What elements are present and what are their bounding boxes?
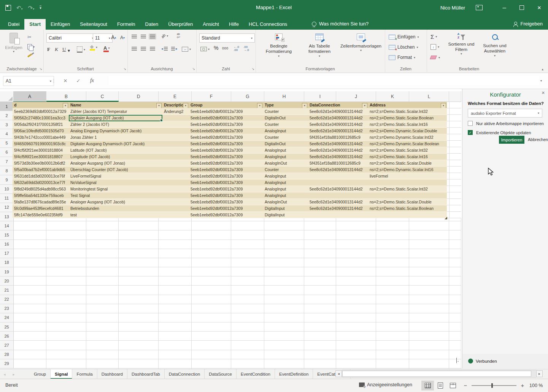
table-cell[interactable]: 5f631dd1dd3d0200013ce76f [13, 173, 69, 179]
row-header-4[interactable]: 4 [0, 130, 14, 139]
table-cell[interactable]: DigitalInOut [263, 141, 308, 147]
row-header-9[interactable]: 9 [0, 175, 14, 184]
ribbon-tab-ansicht[interactable]: Ansicht [198, 19, 224, 30]
table-header-dataconnection[interactable]: DataConnection▾ [308, 102, 368, 108]
row-header-21[interactable]: 21 [0, 286, 14, 295]
table-cell[interactable]: Überschlag Counter (IOT Jacob) [69, 167, 162, 173]
row-header-10[interactable]: 10 [0, 185, 14, 194]
redo-icon[interactable]: ↷▾ [28, 5, 35, 11]
filter-button[interactable]: ▾ [156, 103, 162, 108]
table-cell[interactable]: DigitalInOut [263, 115, 308, 121]
import-button[interactable]: Importieren [499, 136, 524, 144]
table-cell[interactable]: 5ee8c62d1e340900013144d2 [308, 186, 368, 192]
column-header-j[interactable]: J [336, 91, 376, 102]
table-cell[interactable]: 5ee8c62d1e340900013144d2 [308, 167, 368, 173]
table-cell[interactable] [162, 147, 189, 154]
table-header-name[interactable]: Name▾ [69, 102, 162, 108]
ribbon-tab-hilfe[interactable]: Hilfe [224, 19, 244, 30]
ribbon-tab-daten[interactable]: Daten [140, 19, 164, 30]
column-header-k[interactable]: K [376, 91, 409, 102]
table-cell[interactable]: 5eeb1eebd92dbf00012a7309 [189, 160, 263, 167]
format-painter-button[interactable] [27, 55, 32, 56]
table-cell[interactable]: ns=2;s=Demo.Static.Scalar.Boolean [368, 115, 447, 121]
cells-right-of-table[interactable] [447, 102, 461, 218]
table-cell[interactable] [308, 179, 368, 186]
sheet-tab-dashboardtab[interactable]: DashboardTab [127, 369, 165, 379]
column-header-partial[interactable] [449, 91, 461, 102]
horizontal-scrollbar[interactable]: ◄ ► [335, 370, 543, 377]
table-header-d[interactable]: d▾ [13, 102, 69, 108]
align-top-button[interactable] [130, 33, 138, 40]
row-header-29[interactable]: 29 [0, 359, 14, 368]
dialog-launcher-icon[interactable]: ↘ [251, 67, 254, 71]
table-cell[interactable]: 5fa8e137d8676cadad89e35e [13, 199, 69, 205]
insert-function-icon[interactable]: fx [87, 76, 97, 85]
scroll-left-icon[interactable]: ◄ [335, 370, 342, 377]
table-cell[interactable]: Zähler (Jacobs IOT) Temperatur [69, 108, 162, 115]
column-header-i[interactable]: I [304, 91, 336, 102]
table-cell[interactable]: ns=2;s=Demo.Static.Scalar.Int16 [368, 154, 447, 160]
zoom-out-icon[interactable]: − [463, 382, 468, 389]
font-size-select[interactable]: 11▾ [93, 33, 113, 43]
column-header-d[interactable]: D [119, 91, 159, 102]
table-cell[interactable] [162, 134, 189, 141]
update-objects-checkbox[interactable]: ✓ [468, 130, 473, 135]
table-cell[interactable]: 5eeb1eebd92dbf00012a7309 [189, 199, 263, 205]
table-cell[interactable] [368, 192, 447, 199]
column-header-h[interactable]: H [264, 91, 304, 102]
format-cells-button[interactable]: Format▾ [389, 55, 415, 60]
decrease-font-icon[interactable]: A▾ [120, 35, 125, 40]
table-cell[interactable]: Jonas Zähler 1 [69, 134, 162, 141]
table-cell[interactable]: 5f05da2f9241f70001358f21 [13, 121, 69, 128]
table-cell[interactable]: 5f573d3b30ee0b00012b6df2 [13, 160, 69, 167]
increase-decimal-icon[interactable]: ←.0 .00 [233, 46, 239, 52]
fill-button[interactable]: ↓▾ [430, 44, 439, 50]
table-cell[interactable]: 5ee8c62d1e340900013144d2 [308, 205, 368, 212]
column-header-g[interactable]: G [231, 91, 264, 102]
table-cell[interactable]: AnalogInput [263, 192, 308, 199]
table-cell[interactable]: 5f4351ef18a88100012685c9 [308, 160, 368, 167]
align-left-button[interactable] [130, 46, 138, 52]
italic-button[interactable]: K [55, 46, 58, 52]
table-cell[interactable] [162, 205, 189, 212]
user-name[interactable]: Nico Müller [440, 5, 465, 11]
copy-button[interactable]: ▾ [27, 44, 35, 49]
table-cell[interactable] [162, 186, 189, 192]
table-cell[interactable]: 5eeb1eebd92dbf00012a7309 [189, 115, 263, 121]
sheet-tab-group[interactable]: Group [30, 369, 51, 379]
decrease-decimal-icon[interactable]: .00 →.0 [243, 46, 249, 52]
table-cell[interactable]: 5eeb1eebd92dbf00012a7309 [189, 154, 263, 160]
borders-button[interactable]: ▾ [77, 46, 85, 52]
table-cell[interactable]: test [69, 212, 162, 218]
comma-style-button[interactable]: 000 [222, 46, 229, 50]
table-cell[interactable]: 5ee8c62d1e340900013144d2 [308, 141, 368, 147]
logout-icon[interactable] [456, 358, 457, 363]
table-cell[interactable] [162, 154, 189, 160]
table-cell[interactable]: 5ee8c62d1e340900013144d2 [308, 154, 368, 160]
number-format-select[interactable]: Standard▾ [199, 33, 255, 43]
table-cell[interactable] [308, 192, 368, 199]
only-active-checkbox[interactable] [468, 121, 473, 126]
table-cell[interactable]: 5f5a00bad7b2ef0001ab9db5 [13, 167, 69, 173]
table-cell[interactable]: 5eeb1eebd92dbf00012a7309 [189, 173, 263, 179]
table-cell[interactable] [162, 121, 189, 128]
table-cell[interactable]: ns=2;s=Demo.Static.Scalar.Int32 [368, 108, 447, 115]
insert-cells-button[interactable]: + Einfügen▾ [389, 34, 419, 40]
align-bottom-button[interactable] [149, 33, 156, 40]
only-active-checkbox-row[interactable]: Nur aktive Arbeitsmappe importieren [468, 121, 544, 126]
percent-style-button[interactable]: % [214, 45, 218, 51]
table-cell[interactable]: 5eeb1eebd92dbf00012a7309 [189, 205, 263, 212]
align-right-button[interactable] [149, 46, 156, 52]
sheet-nav-right-icon[interactable]: ▸ [9, 369, 18, 379]
row-header-11[interactable]: 11 [0, 194, 14, 203]
table-cell[interactable]: ns=2;s=Demo.Dynamic.Scalar.Int16 [368, 167, 447, 173]
row-header-6[interactable]: 6 [0, 148, 14, 157]
table-cell[interactable]: ns=2;s=Demo.Dynamic.Scalar.Int32 [368, 134, 447, 141]
table-cell[interactable]: 5f9ffe5ba54d1330e759aceb [13, 192, 69, 199]
font-name-select[interactable]: Calibri▾ [46, 33, 96, 43]
selected-cell-border[interactable] [69, 115, 162, 121]
expand-formula-bar-icon[interactable]: ▾ [537, 76, 545, 85]
row-header-24[interactable]: 24 [0, 313, 14, 322]
row-header-12[interactable]: 12 [0, 203, 14, 212]
format-as-table-button[interactable]: Als Tabelle formatieren ▾ [300, 33, 338, 58]
